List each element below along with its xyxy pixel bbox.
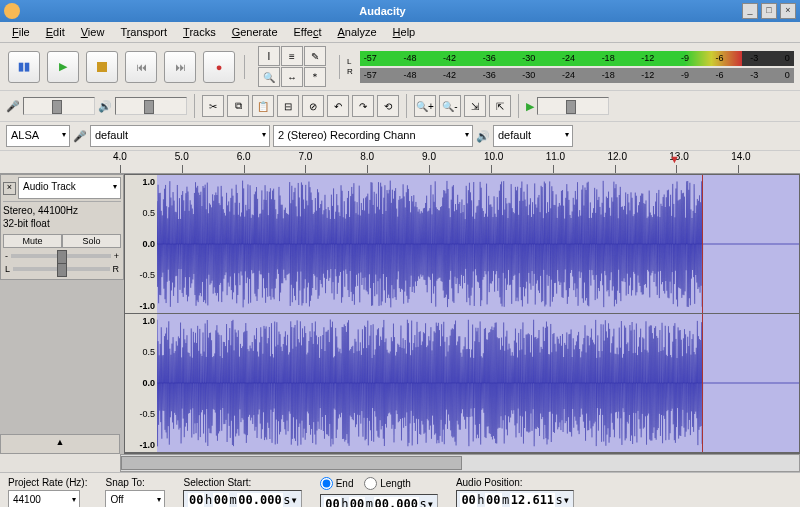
silence-button[interactable]: ⊘ (302, 95, 324, 117)
speaker-icon: 🔊 (98, 100, 112, 113)
zoom-out-button[interactable]: 🔍- (439, 95, 461, 117)
titlebar: Audacity _ □ × (0, 0, 800, 22)
amplitude-scale-right: 1.00.50.0-0.5-1.0 (125, 314, 157, 452)
pan-slider[interactable]: LR (5, 264, 119, 274)
track-menu-dropdown[interactable]: Audio Track (18, 177, 121, 199)
speaker-icon-2: 🔊 (476, 130, 490, 143)
paste-button[interactable]: 📋 (252, 95, 274, 117)
menu-analyze[interactable]: Analyze (331, 24, 382, 40)
audio-host-dropdown[interactable]: ALSA (6, 125, 70, 147)
transport-toolbar: ▮▮ ▶ ⏮ ⏭ ● I ≡ ✎ 🔍 ↔ ＊ L R -57-48-42-36-… (0, 43, 800, 91)
fit-selection-button[interactable]: ⇲ (464, 95, 486, 117)
selection-start-label: Selection Start: (183, 477, 301, 488)
playhead-marker[interactable]: ▼ (669, 153, 680, 165)
length-radio[interactable]: Length (364, 477, 411, 490)
track-control-panel: × Audio Track Stereo, 44100Hz 32-bit flo… (0, 174, 124, 280)
window-title: Audacity (26, 5, 739, 17)
track-close-button[interactable]: × (3, 182, 16, 195)
maximize-button[interactable]: □ (761, 3, 777, 19)
play-button[interactable]: ▶ (47, 51, 79, 83)
snap-to-label: Snap To: (105, 477, 165, 488)
menu-edit[interactable]: Edit (40, 24, 71, 40)
track-collapse-button[interactable]: ▲ (0, 434, 120, 454)
project-rate-dropdown[interactable]: 44100 (8, 490, 80, 507)
play-volume-slider[interactable] (115, 97, 187, 115)
cut-button[interactable]: ✂ (202, 95, 224, 117)
audio-position-timecode[interactable]: 00h00m12.611s▾ (456, 490, 574, 507)
pause-button[interactable]: ▮▮ (8, 51, 40, 83)
snap-to-dropdown[interactable]: Off (105, 490, 165, 507)
mic-icon-2: 🎤 (73, 130, 87, 143)
mixer-toolbar: 🎤 🔊 ✂ ⧉ 📋 ⊟ ⊘ ↶ ↷ ⟲ 🔍+ 🔍- ⇲ ⇱ ▶ (0, 91, 800, 122)
fit-project-button[interactable]: ⇱ (489, 95, 511, 117)
audio-position-label: Audio Position: (456, 477, 574, 488)
rec-device-dropdown[interactable]: default (90, 125, 270, 147)
gain-slider[interactable]: -+ (5, 251, 119, 261)
sync-lock-button[interactable]: ⟲ (377, 95, 399, 117)
menu-transport[interactable]: Transport (114, 24, 173, 40)
menubar: File Edit View Transport Tracks Generate… (0, 22, 800, 43)
app-icon (4, 3, 20, 19)
mute-button[interactable]: Mute (3, 234, 62, 248)
playback-meter[interactable]: -57-48-42-36-30-24-18-12-9-6-30 (360, 68, 794, 83)
end-radio[interactable]: End (320, 477, 354, 490)
waveform-channel-left[interactable] (157, 175, 799, 313)
amplitude-scale-left: 1.00.50.0-0.5-1.0 (125, 175, 157, 313)
device-toolbar: ALSA 🎤 default 2 (Stereo) Recording Chan… (0, 122, 800, 151)
stop-button[interactable] (86, 51, 118, 83)
menu-help[interactable]: Help (387, 24, 422, 40)
draw-tool[interactable]: ✎ (304, 46, 326, 66)
track-format-info: Stereo, 44100Hz 32-bit float (3, 202, 121, 232)
tools-grid: I ≡ ✎ 🔍 ↔ ＊ (258, 46, 326, 87)
record-button[interactable]: ● (203, 51, 235, 83)
multi-tool[interactable]: ＊ (304, 67, 326, 87)
menu-view[interactable]: View (75, 24, 111, 40)
envelope-tool[interactable]: ≡ (281, 46, 303, 66)
undo-button[interactable]: ↶ (327, 95, 349, 117)
copy-button[interactable]: ⧉ (227, 95, 249, 117)
menu-effect[interactable]: Effect (288, 24, 328, 40)
selection-start-timecode[interactable]: 00h00m00.000s▾ (183, 490, 301, 507)
project-rate-label: Project Rate (Hz): (8, 477, 87, 488)
waveform-display[interactable]: 1.00.50.0-0.5-1.0 1.00.50.0-0.5-1.0 (124, 174, 800, 454)
selection-end-timecode[interactable]: 00h00m00.000s▾ (320, 494, 438, 507)
waveform-channel-right[interactable] (157, 314, 799, 452)
solo-button[interactable]: Solo (62, 234, 121, 248)
timeshift-tool[interactable]: ↔ (281, 67, 303, 87)
zoom-in-button[interactable]: 🔍+ (414, 95, 436, 117)
playback-speed-slider[interactable] (537, 97, 609, 115)
close-button[interactable]: × (780, 3, 796, 19)
meter-rec-label-r: R (347, 67, 353, 76)
redo-button[interactable]: ↷ (352, 95, 374, 117)
trim-button[interactable]: ⊟ (277, 95, 299, 117)
menu-generate[interactable]: Generate (226, 24, 284, 40)
skip-start-button[interactable]: ⏮ (125, 51, 157, 83)
menu-file[interactable]: File (6, 24, 36, 40)
track-area: × Audio Track Stereo, 44100Hz 32-bit flo… (0, 174, 800, 454)
mic-icon: 🎤 (6, 100, 20, 113)
selection-tool[interactable]: I (258, 46, 280, 66)
minimize-button[interactable]: _ (742, 3, 758, 19)
rec-channels-dropdown[interactable]: 2 (Stereo) Recording Chann (273, 125, 473, 147)
zoom-tool[interactable]: 🔍 (258, 67, 280, 87)
selection-toolbar: Project Rate (Hz): 44100 Snap To: Off Se… (0, 472, 800, 507)
timeline-ruler[interactable]: 4.0 5.0 6.0 7.0 8.0 9.0 10.0 11.0 12.0 1… (0, 151, 800, 174)
meter-rec-label-l: L (347, 57, 353, 66)
skip-end-button[interactable]: ⏭ (164, 51, 196, 83)
horizontal-scrollbar[interactable] (120, 454, 800, 472)
menu-tracks[interactable]: Tracks (177, 24, 222, 40)
recording-meter[interactable]: -57-48-42-36-30-24-18-12-9-6-30 (360, 51, 794, 66)
rec-volume-slider[interactable] (23, 97, 95, 115)
play-at-speed-icon[interactable]: ▶ (526, 100, 534, 113)
play-device-dropdown[interactable]: default (493, 125, 573, 147)
